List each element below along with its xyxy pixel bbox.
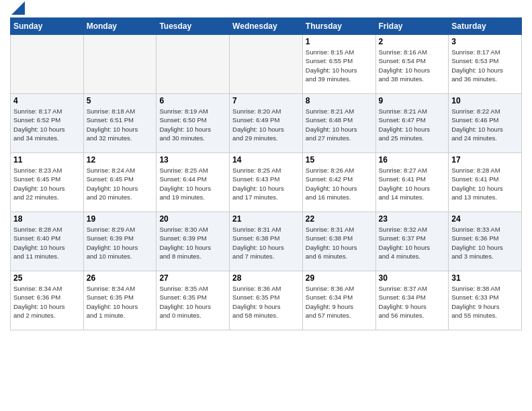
calendar-cell: 25Sunrise: 8:34 AMSunset: 6:36 PMDayligh… [11,271,84,330]
calendar-cell [230,35,303,94]
calendar-header-saturday: Saturday [449,18,522,35]
calendar-cell: 9Sunrise: 8:21 AMSunset: 6:47 PMDaylight… [375,94,449,153]
day-info: Sunrise: 8:15 AMSunset: 6:55 PMDaylight:… [306,48,373,83]
logo-triangle-icon [11,1,25,15]
header [10,7,522,15]
calendar-cell: 3Sunrise: 8:17 AMSunset: 6:53 PMDaylight… [449,35,522,94]
calendar-cell: 4Sunrise: 8:17 AMSunset: 6:52 PMDaylight… [11,94,84,153]
calendar-cell: 24Sunrise: 8:33 AMSunset: 6:36 PMDayligh… [449,212,522,271]
day-number: 4 [13,96,81,105]
calendar-week-row: 4Sunrise: 8:17 AMSunset: 6:52 PMDaylight… [11,94,522,153]
day-number: 15 [306,155,373,165]
calendar-cell: 29Sunrise: 8:36 AMSunset: 6:34 PMDayligh… [302,271,375,330]
day-number: 14 [232,155,300,165]
day-number: 30 [379,273,446,283]
calendar-week-row: 25Sunrise: 8:34 AMSunset: 6:36 PMDayligh… [11,271,522,330]
day-info: Sunrise: 8:17 AMSunset: 6:52 PMDaylight:… [13,107,81,142]
calendar-cell: 26Sunrise: 8:34 AMSunset: 6:35 PMDayligh… [83,271,157,330]
calendar-cell: 17Sunrise: 8:28 AMSunset: 6:41 PMDayligh… [449,153,522,212]
calendar-cell: 12Sunrise: 8:24 AMSunset: 6:45 PMDayligh… [83,153,157,212]
day-info: Sunrise: 8:25 AMSunset: 6:44 PMDaylight:… [159,166,226,201]
day-number: 17 [451,155,519,165]
day-number: 11 [13,155,81,165]
day-number: 10 [451,96,519,105]
day-info: Sunrise: 8:21 AMSunset: 6:48 PMDaylight:… [306,107,373,142]
day-number: 18 [13,214,81,224]
day-info: Sunrise: 8:18 AMSunset: 6:51 PMDaylight:… [87,107,154,142]
day-number: 28 [232,273,300,283]
day-number: 2 [379,37,446,46]
day-info: Sunrise: 8:20 AMSunset: 6:49 PMDaylight:… [232,107,300,142]
day-info: Sunrise: 8:34 AMSunset: 6:36 PMDaylight:… [13,284,81,320]
calendar-cell: 7Sunrise: 8:20 AMSunset: 6:49 PMDaylight… [230,94,303,153]
svg-marker-0 [11,1,25,15]
day-number: 22 [306,214,373,224]
calendar-week-row: 11Sunrise: 8:23 AMSunset: 6:45 PMDayligh… [11,153,522,212]
day-info: Sunrise: 8:34 AMSunset: 6:35 PMDaylight:… [87,284,154,320]
day-info: Sunrise: 8:26 AMSunset: 6:42 PMDaylight:… [306,166,373,201]
day-info: Sunrise: 8:30 AMSunset: 6:39 PMDaylight:… [159,225,226,261]
day-number: 7 [232,96,300,105]
day-number: 1 [306,37,373,46]
day-info: Sunrise: 8:33 AMSunset: 6:36 PMDaylight:… [451,225,519,261]
calendar-header-tuesday: Tuesday [157,18,230,35]
day-number: 21 [232,214,300,224]
day-info: Sunrise: 8:37 AMSunset: 6:34 PMDaylight:… [379,284,446,320]
calendar-cell: 6Sunrise: 8:19 AMSunset: 6:50 PMDaylight… [157,94,230,153]
calendar-cell: 19Sunrise: 8:29 AMSunset: 6:39 PMDayligh… [83,212,157,271]
day-info: Sunrise: 8:16 AMSunset: 6:54 PMDaylight:… [379,48,446,83]
day-info: Sunrise: 8:38 AMSunset: 6:33 PMDaylight:… [451,284,519,320]
calendar-page: SundayMondayTuesdayWednesdayThursdayFrid… [0,0,532,411]
calendar-cell [157,35,230,94]
calendar-header-monday: Monday [83,18,157,35]
day-info: Sunrise: 8:32 AMSunset: 6:37 PMDaylight:… [379,225,446,261]
calendar-cell: 8Sunrise: 8:21 AMSunset: 6:48 PMDaylight… [302,94,375,153]
day-info: Sunrise: 8:36 AMSunset: 6:34 PMDaylight:… [306,284,373,320]
calendar-cell: 11Sunrise: 8:23 AMSunset: 6:45 PMDayligh… [11,153,84,212]
calendar-cell: 1Sunrise: 8:15 AMSunset: 6:55 PMDaylight… [302,35,375,94]
calendar-cell: 31Sunrise: 8:38 AMSunset: 6:33 PMDayligh… [449,271,522,330]
day-number: 3 [451,37,519,46]
day-number: 29 [306,273,373,283]
day-info: Sunrise: 8:24 AMSunset: 6:45 PMDaylight:… [87,166,154,201]
calendar-cell: 10Sunrise: 8:22 AMSunset: 6:46 PMDayligh… [449,94,522,153]
calendar-cell: 23Sunrise: 8:32 AMSunset: 6:37 PMDayligh… [375,212,449,271]
calendar-table: SundayMondayTuesdayWednesdayThursdayFrid… [10,17,522,330]
logo [10,7,25,15]
day-info: Sunrise: 8:21 AMSunset: 6:47 PMDaylight:… [379,107,446,142]
day-info: Sunrise: 8:31 AMSunset: 6:38 PMDaylight:… [232,225,300,261]
day-info: Sunrise: 8:28 AMSunset: 6:40 PMDaylight:… [13,225,81,261]
day-info: Sunrise: 8:22 AMSunset: 6:46 PMDaylight:… [451,107,519,142]
calendar-cell: 14Sunrise: 8:25 AMSunset: 6:43 PMDayligh… [230,153,303,212]
calendar-cell: 27Sunrise: 8:35 AMSunset: 6:35 PMDayligh… [157,271,230,330]
calendar-header-wednesday: Wednesday [230,18,303,35]
day-info: Sunrise: 8:31 AMSunset: 6:38 PMDaylight:… [306,225,373,261]
day-number: 23 [379,214,446,224]
day-info: Sunrise: 8:28 AMSunset: 6:41 PMDaylight:… [451,166,519,201]
day-number: 25 [13,273,81,283]
calendar-cell: 22Sunrise: 8:31 AMSunset: 6:38 PMDayligh… [302,212,375,271]
day-info: Sunrise: 8:25 AMSunset: 6:43 PMDaylight:… [232,166,300,201]
day-number: 31 [451,273,519,283]
day-number: 5 [87,96,154,105]
day-number: 6 [159,96,226,105]
calendar-cell: 30Sunrise: 8:37 AMSunset: 6:34 PMDayligh… [375,271,449,330]
day-number: 20 [159,214,226,224]
calendar-header-thursday: Thursday [302,18,375,35]
day-number: 27 [159,273,226,283]
calendar-header-sunday: Sunday [11,18,84,35]
calendar-cell: 21Sunrise: 8:31 AMSunset: 6:38 PMDayligh… [230,212,303,271]
calendar-header-friday: Friday [375,18,449,35]
calendar-cell: 13Sunrise: 8:25 AMSunset: 6:44 PMDayligh… [157,153,230,212]
day-number: 9 [379,96,446,105]
day-info: Sunrise: 8:36 AMSunset: 6:35 PMDaylight:… [232,284,300,320]
calendar-cell [11,35,84,94]
day-number: 16 [379,155,446,165]
calendar-cell: 18Sunrise: 8:28 AMSunset: 6:40 PMDayligh… [11,212,84,271]
calendar-cell [83,35,157,94]
day-info: Sunrise: 8:17 AMSunset: 6:53 PMDaylight:… [451,48,519,83]
day-number: 13 [159,155,226,165]
calendar-week-row: 18Sunrise: 8:28 AMSunset: 6:40 PMDayligh… [11,212,522,271]
calendar-cell: 2Sunrise: 8:16 AMSunset: 6:54 PMDaylight… [375,35,449,94]
day-number: 12 [87,155,154,165]
